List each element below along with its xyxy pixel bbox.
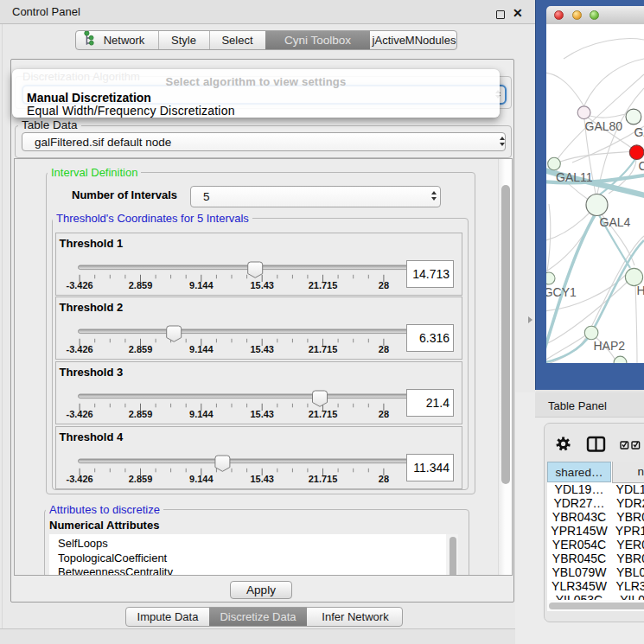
svg-text:2.859: 2.859 — [128, 409, 152, 419]
svg-text:2.859: 2.859 — [128, 344, 152, 354]
svg-text:28: 28 — [378, 280, 388, 290]
svg-text:GAL11: GAL11 — [556, 170, 593, 184]
svg-text:GAL4: GAL4 — [600, 215, 631, 229]
svg-text:GCY1: GCY1 — [546, 285, 577, 299]
svg-text:21.715: 21.715 — [308, 474, 337, 484]
svg-text:9.144: 9.144 — [189, 280, 214, 290]
svg-text:2.859: 2.859 — [128, 474, 152, 484]
svg-text:9.144: 9.144 — [189, 344, 214, 354]
svg-text:21.715: 21.715 — [308, 409, 337, 419]
svg-text:15.43: 15.43 — [250, 409, 274, 419]
svg-text:-3.426: -3.426 — [66, 280, 92, 290]
svg-text:21.715: 21.715 — [308, 280, 337, 290]
svg-text:C: C — [639, 159, 644, 173]
svg-text:15.43: 15.43 — [250, 280, 274, 290]
svg-text:15.43: 15.43 — [250, 344, 274, 354]
svg-text:-3.426: -3.426 — [66, 409, 92, 419]
svg-text:28: 28 — [378, 344, 388, 354]
svg-text:HAP2: HAP2 — [594, 339, 626, 353]
svg-text:15.43: 15.43 — [250, 474, 274, 484]
svg-text:-3.426: -3.426 — [66, 344, 92, 354]
svg-text:2.859: 2.859 — [128, 280, 152, 290]
svg-text:28: 28 — [378, 474, 388, 484]
svg-text:21.715: 21.715 — [308, 344, 337, 354]
svg-text:-3.426: -3.426 — [66, 474, 92, 484]
svg-text:9.144: 9.144 — [189, 409, 214, 419]
svg-text:H: H — [637, 284, 644, 297]
svg-text:GA: GA — [634, 125, 644, 139]
svg-text:GAL80: GAL80 — [585, 119, 623, 133]
svg-text:9.144: 9.144 — [189, 474, 214, 484]
svg-text:28: 28 — [378, 409, 388, 419]
